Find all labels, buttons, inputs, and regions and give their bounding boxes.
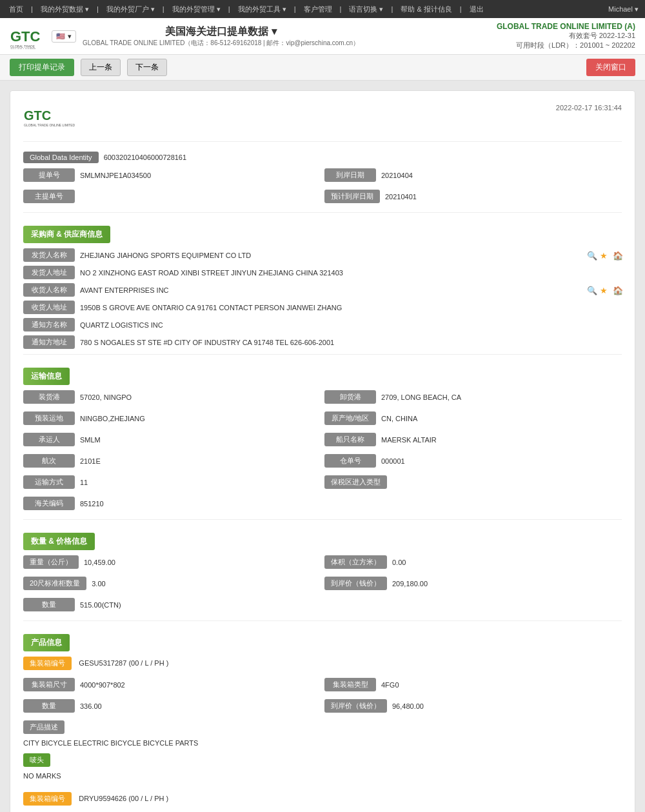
consignee-name-value: AVANT ENTERPRISES INC — [80, 286, 582, 294]
qty-value: 515.00(CTN) — [80, 601, 321, 609]
shipper-name-row: 发货人名称 ZHEJIANG JIAHONG SPORTS EQUIPMENT … — [23, 248, 622, 262]
buyer-supplier-header: 采购商 & 供应商信息 — [23, 226, 110, 243]
notify-addr-value: 780 S NOGALES ST STE #D CITY OF INDUSTRY… — [80, 339, 622, 346]
shipper-icons: 🔍 ★ 🏠 — [587, 251, 622, 260]
bill-no-row: 提单号 SMLMNJPE1A034500 — [23, 168, 321, 182]
nav-customer[interactable]: 客户管理 — [304, 5, 332, 14]
header-right: GLOBAL TRADE ONLINE LIMITED (A) 有效套号 202… — [497, 22, 635, 50]
consignee-search-icon[interactable]: 🔍 — [587, 286, 596, 295]
consignee-name-row: 收货人名称 AVANT ENTERPRISES INC 🔍 ★ 🏠 — [23, 283, 622, 297]
transport-mode-label: 运输方式 — [23, 475, 75, 489]
c1-qty-label: 数量 — [23, 699, 75, 713]
unit-price-row: 到岸价（钱价） 209,180.00 — [324, 577, 622, 590]
nav-my-suppliers[interactable]: 我的外贸厂户 ▾ — [106, 5, 155, 14]
shipper-star-icon[interactable]: ★ — [600, 251, 609, 260]
c1-type-label: 集装箱类型 — [324, 678, 376, 691]
c1-qty-value: 336.00 — [80, 702, 321, 710]
nav-my-data[interactable]: 我的外贸数据 ▾ — [41, 5, 89, 14]
loading-port-row: 装货港 57020, NINGPO — [23, 390, 321, 404]
svg-text:GLOBAL TRADE ONLINE LIMITED: GLOBAL TRADE ONLINE LIMITED — [24, 123, 75, 127]
volume-value: 0.00 — [392, 559, 622, 566]
container-2: 集装箱编号 DRYU9594626 (00 / L / PH ) 集装箱尺寸 4… — [23, 792, 622, 812]
customs-code-row: 海关编码 851210 — [23, 497, 321, 510]
consignee-star-icon[interactable]: ★ — [600, 286, 609, 295]
containers-20-label: 20尺标准柜数量 — [23, 577, 86, 590]
container-2-no-label: 集装箱编号 — [23, 792, 72, 806]
shipper-name-value: ZHEJIANG JIAHONG SPORTS EQUIPMENT CO LTD — [80, 252, 582, 259]
c1-size-row: 集装箱尺寸 4000*907*802 — [23, 678, 321, 691]
print-button[interactable]: 打印提单记录 — [10, 59, 74, 76]
containers-20-value: 3.00 — [92, 580, 321, 588]
weight-label: 重量（公斤） — [23, 555, 79, 569]
c1-price-value: 96,480.00 — [392, 702, 622, 710]
master-bill-label: 主提单号 — [23, 190, 75, 203]
next-button[interactable]: 下一条 — [127, 59, 167, 76]
close-button[interactable]: 关闭窗口 — [586, 59, 635, 76]
consignee-addr-row: 收货人地址 1950B S GROVE AVE ONTARIO CA 91761… — [23, 301, 622, 314]
doc-header: GTC GLOBAL TRADE ONLINE LIMITED 2022-02-… — [23, 104, 622, 142]
doc-logo: GTC GLOBAL TRADE ONLINE LIMITED — [23, 104, 75, 135]
carrier-row: 承运人 SMLM — [23, 433, 321, 446]
nav-help[interactable]: 帮助 & 报计估良 — [401, 5, 452, 14]
flag-selector[interactable]: 🇺🇸▾ — [52, 30, 76, 43]
qty-row: 数量 515.00(CTN) — [23, 598, 321, 611]
containers-20-row: 20尺标准柜数量 3.00 — [23, 577, 321, 590]
c1-size-label: 集装箱尺寸 — [23, 678, 75, 691]
shipper-addr-label: 发货人地址 — [23, 266, 75, 279]
svg-text:GTC: GTC — [10, 28, 41, 45]
volume-row: 体积（立方米） 0.00 — [324, 555, 622, 569]
buyer-supplier-section: 采购商 & 供应商信息 发货人名称 ZHEJIANG JIAHONG SPORT… — [23, 218, 622, 349]
unloading-port-value: 2709, LONG BEACH, CA — [381, 393, 622, 401]
warehouse-value: 000001 — [381, 457, 622, 465]
weight-row: 重量（公斤） 10,459.00 — [23, 555, 321, 569]
c1-desc-text: CITY BICYCLE ELECTRIC BICYCLE BICYCLE PA… — [23, 737, 622, 749]
notify-addr-label: 通知方地址 — [23, 335, 75, 349]
unloading-port-row: 卸货港 2709, LONG BEACH, CA — [324, 390, 622, 404]
nav-my-management[interactable]: 我的外贸管理 ▾ — [172, 5, 221, 14]
nav-language[interactable]: 语言切换 ▾ — [349, 5, 383, 14]
prev-button[interactable]: 上一条 — [81, 59, 121, 76]
est-arrival-row: 预计到岸日期 20210401 — [324, 190, 622, 203]
bonded-type-row: 保税区进入类型 — [324, 475, 622, 489]
loading-place-label: 预装运地 — [23, 411, 75, 425]
voyage-label: 航次 — [23, 454, 75, 468]
qty-label: 数量 — [23, 598, 75, 611]
page-header: GTC GLOBAL TRADE ONLINE LIMITED 🇺🇸▾ 美国海关… — [0, 18, 645, 55]
unloading-port-label: 卸货港 — [324, 390, 376, 404]
nav-logout[interactable]: 退出 — [470, 5, 484, 14]
global-data-identity-row: Global Data Identity 6003202104060007281… — [23, 152, 622, 163]
c1-price-label: 到岸价（钱价） — [324, 699, 387, 713]
consignee-icons: 🔍 ★ 🏠 — [587, 286, 622, 295]
customs-code-value: 851210 — [80, 500, 321, 508]
consignee-addr-value: 1950B S GROVE AVE ONTARIO CA 91761 CONTA… — [80, 304, 622, 312]
nav-my-tools[interactable]: 我的外贸工具 ▾ — [238, 5, 286, 14]
products-header: 产品信息 — [23, 634, 70, 651]
consignee-home-icon[interactable]: 🏠 — [613, 286, 622, 295]
order-info: 有效套号 2022-12-31 — [497, 31, 635, 41]
company-name: GLOBAL TRADE ONLINE LIMITED (A) — [497, 22, 635, 31]
c1-price-row: 到岸价（钱价） 96,480.00 — [324, 699, 622, 713]
c1-marks-label: 唛头 — [23, 753, 50, 767]
time-range: 可用时段（LDR）：201001 ~ 202202 — [497, 41, 635, 50]
svg-text:ONLINE LIMITED: ONLINE LIMITED — [10, 48, 36, 49]
nav-home[interactable]: 首页 — [9, 5, 23, 14]
volume-label: 体积（立方米） — [324, 555, 387, 569]
arrival-date-value: 20210404 — [381, 172, 622, 179]
shipper-addr-value: NO 2 XINZHONG EAST ROAD XINBI STREET JIN… — [80, 269, 622, 277]
unit-price-label: 到岸价（钱价） — [324, 577, 387, 590]
c1-size-value: 4000*907*802 — [80, 681, 321, 689]
page-title: 美国海关进口提单数据 ▾ — [83, 25, 359, 39]
loading-place-row: 预装运地 NINGBO,ZHEJIANG — [23, 411, 321, 425]
origin-country-row: 原产地/地区 CN, CHINA — [324, 411, 622, 425]
document-card: GTC GLOBAL TRADE ONLINE LIMITED 2022-02-… — [10, 90, 635, 812]
arrival-date-label: 到岸日期 — [324, 168, 376, 182]
shipper-home-icon[interactable]: 🏠 — [613, 251, 622, 260]
shipper-search-icon[interactable]: 🔍 — [587, 251, 596, 260]
notify-name-value: QUARTZ LOGISTICS INC — [80, 321, 622, 329]
c1-qty-row: 数量 336.00 — [23, 699, 321, 713]
c1-marks-value: NO MARKS — [23, 769, 622, 782]
user-name: Michael ▾ — [608, 5, 639, 14]
transport-section: 运输信息 装货港 57020, NINGPO 卸货港 2709, LONG BE… — [23, 360, 622, 514]
shipper-addr-row: 发货人地址 NO 2 XINZHONG EAST ROAD XINBI STRE… — [23, 266, 622, 279]
carrier-value: SMLM — [80, 436, 321, 444]
